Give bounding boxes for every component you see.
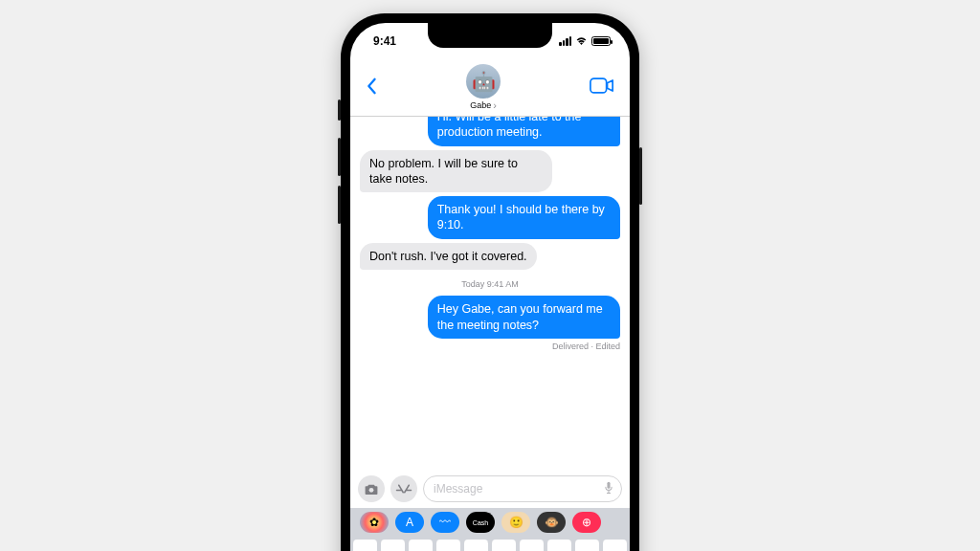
contact-info[interactable]: 🤖 Gabe: [466, 64, 501, 111]
keyboard: QWERTYUIOP ASDFGHJKL: [350, 539, 630, 551]
keyboard-row-1: QWERTYUIOP: [353, 540, 627, 551]
contact-name: Gabe: [470, 99, 497, 111]
message-bubble-received[interactable]: No problem. I will be sure to take notes…: [360, 150, 552, 193]
camera-button[interactable]: [358, 475, 385, 502]
key-r[interactable]: R: [436, 540, 460, 551]
dictate-button[interactable]: [604, 481, 613, 497]
key-p[interactable]: P: [603, 540, 627, 551]
key-w[interactable]: W: [381, 540, 405, 551]
audio-app[interactable]: 〰: [431, 512, 459, 533]
status-time: 9:41: [373, 34, 396, 48]
phone-frame: 9:41 🤖 Gabe Hi. Will be a little late to…: [341, 13, 639, 551]
key-t[interactable]: T: [464, 540, 488, 551]
svg-point-1: [369, 487, 374, 492]
app-drawer: ✿A〰Cash🙂🐵⊕: [350, 508, 630, 539]
key-y[interactable]: Y: [492, 540, 516, 551]
key-i[interactable]: I: [547, 540, 571, 551]
input-toolbar: iMessage: [350, 472, 630, 508]
message-bubble-sent[interactable]: Hey Gabe, can you forward me the meeting…: [428, 296, 620, 339]
message-input[interactable]: iMessage: [423, 475, 622, 502]
message-bubble-received[interactable]: Don't rush. I've got it covered.: [360, 243, 537, 270]
key-q[interactable]: Q: [353, 540, 377, 551]
message-list[interactable]: Hi. Will be a little late to the product…: [350, 117, 630, 472]
timestamp-divider: Today 9:41 AM: [461, 279, 519, 291]
message-bubble-sent[interactable]: Hi. Will be a little late to the product…: [428, 117, 620, 146]
input-placeholder: iMessage: [434, 482, 482, 496]
message-bubble-sent[interactable]: Thank you! I should be there by 9:10.: [428, 196, 620, 239]
svg-rect-0: [590, 78, 607, 93]
notch: [428, 23, 552, 48]
contact-avatar: 🤖: [466, 64, 501, 99]
svg-rect-2: [607, 481, 610, 488]
key-o[interactable]: O: [575, 540, 599, 551]
apps-button[interactable]: [390, 475, 417, 502]
photos-app[interactable]: ✿: [360, 512, 389, 533]
conversation-header: 🤖 Gabe: [350, 59, 630, 117]
search-app[interactable]: ⊕: [572, 512, 601, 533]
facetime-button[interactable]: [584, 72, 620, 103]
memoji-app[interactable]: 🙂: [501, 512, 530, 533]
app-store[interactable]: A: [395, 512, 424, 533]
battery-icon: [591, 36, 611, 46]
apple-cash[interactable]: Cash: [466, 512, 495, 533]
wifi-icon: [575, 36, 588, 46]
key-u[interactable]: U: [520, 540, 544, 551]
back-button[interactable]: [360, 70, 383, 106]
cellular-icon: [559, 36, 571, 46]
status-indicators: [559, 36, 611, 46]
delivery-status: Delivered · Edited: [552, 342, 620, 353]
animoji-app[interactable]: 🐵: [537, 512, 566, 533]
screen: 9:41 🤖 Gabe Hi. Will be a little late to…: [350, 23, 630, 551]
key-e[interactable]: E: [409, 540, 433, 551]
